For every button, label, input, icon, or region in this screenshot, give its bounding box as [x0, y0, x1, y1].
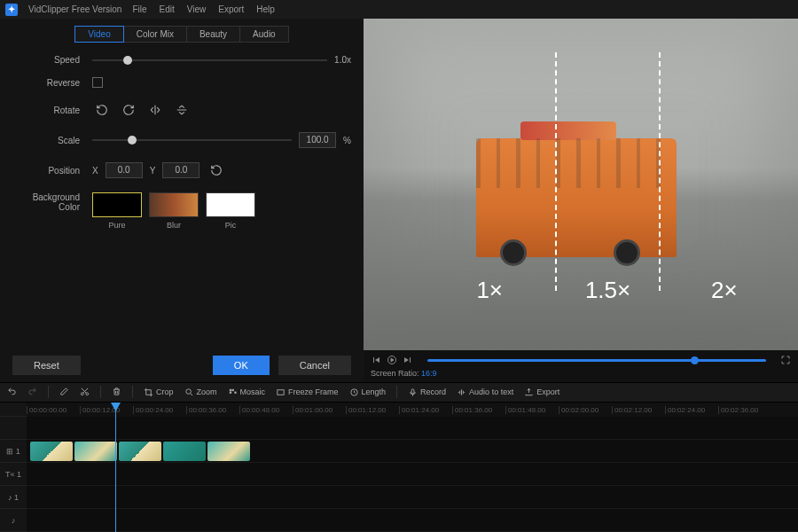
clip-4[interactable] [163, 442, 206, 461]
scale-unit: % [343, 136, 351, 145]
speed-label: Speed [12, 55, 92, 65]
clip-2[interactable] [74, 442, 117, 461]
position-y-input[interactable]: 0.0 [162, 162, 200, 178]
svg-marker-1 [391, 358, 394, 362]
mosaic-tool[interactable]: Mosaic [228, 387, 266, 397]
screen-ratio-value[interactable]: 16:9 [421, 369, 437, 378]
crop-tool[interactable]: Crop [144, 387, 174, 397]
reverse-label: Reverse [12, 78, 92, 88]
position-reset-icon[interactable] [207, 160, 226, 180]
screen-ratio-label: Screen Ratio: [371, 369, 419, 378]
cancel-button[interactable]: Cancel [278, 356, 351, 375]
bgcolor-blur-swatch[interactable] [149, 192, 199, 217]
position-x-label: X [92, 166, 98, 176]
bgcolor-label: Background Color [12, 192, 92, 212]
menu-help[interactable]: Help [256, 4, 275, 14]
reset-button[interactable]: Reset [12, 356, 81, 375]
menu-edit[interactable]: Edit [160, 4, 175, 14]
prev-frame-icon[interactable] [371, 355, 381, 367]
preview-video: 1× 1.5× 2× [364, 19, 798, 350]
audio-to-text-tool[interactable]: Audio to text [457, 387, 513, 397]
record-tool[interactable]: Record [408, 387, 446, 397]
export-tool[interactable]: Export [524, 387, 559, 397]
preview-subject [476, 138, 676, 257]
clip-3[interactable] [119, 442, 161, 461]
track-head-text[interactable]: T« 1 [0, 463, 27, 486]
fullscreen-icon[interactable] [780, 355, 791, 367]
cut-icon[interactable] [80, 387, 90, 398]
position-y-label: Y [150, 166, 156, 176]
track-head-audio1[interactable]: ♪ 1 [0, 486, 27, 509]
svg-rect-5 [229, 389, 231, 391]
tab-video[interactable]: Video [74, 26, 123, 43]
scale-label: Scale [12, 136, 92, 145]
speed-value: 1.0x [334, 55, 351, 65]
timeline: ⊞ 1 T« 1 ♪ 1 ♪ 00:00:00.0000:00:12.0000:… [0, 403, 798, 532]
titlebar: ✦ VidClipper Free Version File Edit View… [0, 0, 798, 19]
bgcolor-pic-swatch[interactable] [206, 192, 255, 217]
svg-rect-9 [278, 390, 284, 395]
next-frame-icon[interactable] [403, 355, 413, 367]
track-head-ését[interactable] [0, 417, 27, 440]
menu-export[interactable]: Export [218, 4, 244, 14]
timeline-toolbar: Crop Zoom Mosaic Freeze Frame Length Rec… [0, 382, 798, 403]
ok-button[interactable]: OK [213, 356, 270, 375]
guide-line-1 [555, 52, 557, 291]
redo-icon[interactable] [27, 387, 37, 398]
preview-pane: 1× 1.5× 2× Screen Ratio: 16:9 [364, 19, 798, 382]
svg-rect-6 [231, 389, 233, 391]
scale-input[interactable]: 100.0 [299, 132, 336, 148]
rotate-label: Rotate [12, 106, 92, 115]
zoom-label-1: 1× [476, 277, 503, 304]
reverse-checkbox[interactable] [92, 77, 103, 88]
menu-view[interactable]: View [187, 4, 207, 14]
flip-horizontal-icon[interactable] [145, 100, 165, 120]
tab-audio[interactable]: Audio [240, 26, 289, 43]
length-tool[interactable]: Length [349, 387, 387, 397]
guide-line-2 [659, 52, 661, 291]
play-icon[interactable] [387, 355, 397, 367]
menu-file[interactable]: File [132, 4, 146, 14]
clip-1[interactable] [30, 442, 73, 461]
freeze-frame-tool[interactable]: Freeze Frame [276, 387, 339, 397]
scale-slider[interactable] [92, 139, 292, 141]
track-head-video[interactable]: ⊞ 1 [0, 440, 27, 463]
properties-panel: Video Color Mix Beauty Audio Speed 1.0x … [0, 19, 364, 382]
svg-point-4 [185, 389, 191, 395]
app-logo-icon: ✦ [5, 4, 18, 16]
seek-bar[interactable] [427, 359, 766, 362]
playhead[interactable] [115, 403, 116, 532]
rotate-cw-icon[interactable] [119, 100, 138, 120]
bgcolor-pure-swatch[interactable] [92, 192, 142, 217]
zoom-label-2: 2× [711, 277, 738, 304]
menubar: File Edit View Export Help [132, 4, 274, 14]
speed-slider[interactable] [92, 59, 327, 61]
video-track[interactable] [27, 440, 798, 463]
svg-rect-11 [411, 389, 414, 394]
delete-icon[interactable] [112, 387, 121, 398]
undo-icon[interactable] [7, 387, 17, 398]
bgcolor-pic-label: Pic [225, 221, 237, 230]
bgcolor-pure-label: Pure [108, 221, 125, 230]
flip-vertical-icon[interactable] [172, 100, 192, 120]
position-label: Position [12, 166, 92, 176]
property-tabs: Video Color Mix Beauty Audio [12, 26, 351, 43]
track-head-audio2[interactable]: ♪ [0, 509, 27, 532]
bgcolor-blur-label: Blur [167, 221, 181, 230]
zoom-label-1-5: 1.5× [585, 277, 630, 304]
clip-5[interactable] [207, 442, 250, 461]
zoom-tool[interactable]: Zoom [184, 387, 217, 397]
tab-beauty[interactable]: Beauty [187, 26, 240, 43]
tab-color-mix[interactable]: Color Mix [124, 26, 187, 43]
time-ruler[interactable]: 00:00:00.0000:00:12.0000:00:24.0000:00:3… [27, 403, 798, 417]
svg-rect-8 [234, 391, 236, 393]
position-x-input[interactable]: 0.0 [106, 162, 143, 178]
rotate-ccw-icon[interactable] [92, 100, 112, 120]
app-title: VidClipper Free Version [28, 4, 121, 14]
edit-icon[interactable] [59, 387, 69, 398]
svg-rect-7 [229, 391, 231, 393]
